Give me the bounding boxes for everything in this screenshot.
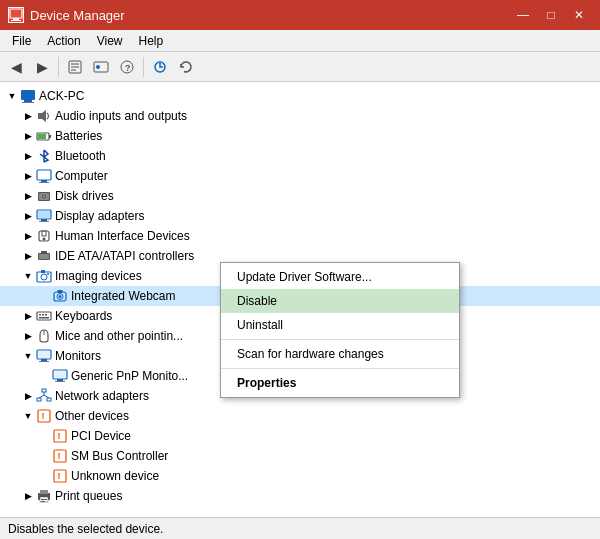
label-display: Display adapters	[55, 209, 144, 223]
ctx-scan[interactable]: Scan for hardware changes	[221, 342, 459, 366]
tree-item-print[interactable]: ▶ Print queues	[0, 486, 600, 506]
expand-network[interactable]: ▶	[20, 388, 36, 404]
svg-rect-46	[42, 314, 44, 316]
ctx-properties[interactable]: Properties	[221, 371, 459, 395]
svg-point-39	[47, 273, 49, 275]
tree-item-hid[interactable]: ▶ Human Interface Devices	[0, 226, 600, 246]
expand-keyboards[interactable]: ▶	[20, 308, 36, 324]
svg-rect-28	[41, 219, 47, 221]
tree-item-display[interactable]: ▶ Display adapters	[0, 206, 600, 226]
back-button[interactable]: ◀	[4, 55, 28, 79]
expand-display[interactable]: ▶	[20, 208, 36, 224]
svg-rect-58	[42, 389, 46, 392]
svg-rect-1	[13, 18, 19, 20]
expand-disk[interactable]: ▶	[20, 188, 36, 204]
svg-text:!: !	[58, 451, 61, 461]
title-bar-left: Device Manager	[8, 7, 125, 23]
close-button[interactable]: ✕	[566, 5, 592, 25]
svg-rect-55	[54, 371, 66, 378]
menu-view[interactable]: View	[89, 32, 131, 50]
label-webcam: Integrated Webcam	[71, 289, 176, 303]
expand-root[interactable]: ▼	[4, 88, 20, 104]
svg-rect-34	[39, 254, 49, 259]
menu-file[interactable]: File	[4, 32, 39, 50]
expand-imaging[interactable]: ▼	[20, 268, 36, 284]
minimize-button[interactable]: —	[510, 5, 536, 25]
expand-webcam	[36, 288, 52, 304]
icon-pci: !	[52, 428, 68, 444]
properties-button[interactable]	[63, 55, 87, 79]
expand-mice[interactable]: ▶	[20, 328, 36, 344]
svg-rect-52	[41, 359, 47, 361]
icon-display	[36, 208, 52, 224]
svg-rect-12	[21, 90, 35, 100]
menu-action[interactable]: Action	[39, 32, 88, 50]
tree-item-disk[interactable]: ▶ Disk drives	[0, 186, 600, 206]
maximize-button[interactable]: □	[538, 5, 564, 25]
expand-hid[interactable]: ▶	[20, 228, 36, 244]
svg-rect-73	[40, 490, 48, 494]
svg-rect-35	[41, 251, 47, 253]
tree-item-root[interactable]: ▼ ACK-PC	[0, 86, 600, 106]
ctx-separator	[221, 339, 459, 340]
main-area: ▼ ACK-PC ▶ Audio inputs and outputs	[0, 82, 600, 517]
tree-item-pci[interactable]: ! PCI Device	[0, 426, 600, 446]
svg-rect-27	[38, 211, 50, 218]
expand-pci	[36, 428, 52, 444]
expand-audio[interactable]: ▶	[20, 108, 36, 124]
toolbar-separator-2	[143, 57, 144, 77]
ctx-update[interactable]: Update Driver Software...	[221, 265, 459, 289]
label-network: Network adapters	[55, 389, 149, 403]
label-print: Print queues	[55, 489, 122, 503]
update-driver-button[interactable]	[89, 55, 113, 79]
help-button[interactable]: ?	[115, 55, 139, 79]
refresh-button[interactable]	[174, 55, 198, 79]
tree-item-other[interactable]: ▼ ! Other devices	[0, 406, 600, 426]
label-bluetooth: Bluetooth	[55, 149, 106, 163]
tree-item-smbus[interactable]: ! SM Bus Controller	[0, 446, 600, 466]
label-hid: Human Interface Devices	[55, 229, 190, 243]
ctx-disable[interactable]: Disable	[221, 289, 459, 313]
svg-rect-47	[45, 314, 47, 316]
device-tree[interactable]: ▼ ACK-PC ▶ Audio inputs and outputs	[0, 82, 600, 517]
ctx-separator-2	[221, 368, 459, 369]
expand-computer[interactable]: ▶	[20, 168, 36, 184]
tree-item-unknown[interactable]: ! Unknown device	[0, 466, 600, 486]
expand-unknown	[36, 468, 52, 484]
tree-item-audio[interactable]: ▶ Audio inputs and outputs	[0, 106, 600, 126]
svg-rect-17	[49, 135, 51, 138]
expand-monitors[interactable]: ▼	[20, 348, 36, 364]
icon-computer	[20, 88, 36, 104]
icon-battery	[36, 128, 52, 144]
svg-rect-48	[39, 317, 49, 319]
svg-rect-60	[47, 398, 51, 401]
svg-rect-14	[22, 102, 34, 103]
expand-bluetooth[interactable]: ▶	[20, 148, 36, 164]
icon-ide	[36, 248, 52, 264]
label-computer: Computer	[55, 169, 108, 183]
label-disk: Disk drives	[55, 189, 114, 203]
tree-item-bluetooth[interactable]: ▶ Bluetooth	[0, 146, 600, 166]
expand-print[interactable]: ▶	[20, 488, 36, 504]
icon-print	[36, 488, 52, 504]
tree-item-batteries[interactable]: ▶ Batteries	[0, 126, 600, 146]
svg-point-32	[43, 238, 46, 241]
menu-help[interactable]: Help	[131, 32, 172, 50]
svg-rect-0	[10, 9, 22, 18]
expand-batteries[interactable]: ▶	[20, 128, 36, 144]
icon-disk	[36, 188, 52, 204]
label-smbus: SM Bus Controller	[71, 449, 168, 463]
svg-point-8	[96, 65, 100, 69]
svg-rect-13	[24, 100, 32, 102]
svg-text:!: !	[58, 471, 61, 481]
scan-button[interactable]	[148, 55, 172, 79]
icon-monitor	[36, 348, 52, 364]
svg-text:!: !	[58, 431, 61, 441]
expand-other[interactable]: ▼	[20, 408, 36, 424]
ctx-uninstall[interactable]: Uninstall	[221, 313, 459, 337]
title-bar: Device Manager — □ ✕	[0, 0, 600, 30]
forward-button[interactable]: ▶	[30, 55, 54, 79]
tree-item-computer[interactable]: ▶ Computer	[0, 166, 600, 186]
svg-rect-76	[41, 501, 45, 502]
expand-ide[interactable]: ▶	[20, 248, 36, 264]
